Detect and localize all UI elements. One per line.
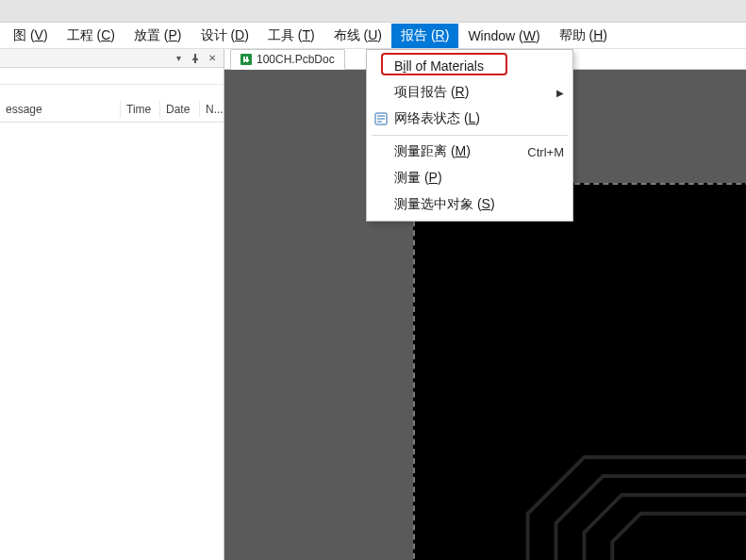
menu-project[interactable]: 工程 (C) <box>58 24 124 48</box>
menu-mnemonic: R <box>436 27 445 42</box>
menu-label: 放置 <box>134 27 160 42</box>
menuitem-measure[interactable]: 测量 (P) <box>370 165 570 191</box>
messages-list-header: essage Time Date N... <box>0 85 224 123</box>
col-header-time[interactable]: Time <box>121 101 160 118</box>
menu-tools[interactable]: 工具 (T) <box>258 24 324 48</box>
menu-label: 图 <box>13 27 26 42</box>
menuitem-label: 测量距离 (M) <box>394 143 471 160</box>
menuitem-project-report[interactable]: 项目报告 (R) ▶ <box>370 79 570 106</box>
menu-label: 报告 <box>401 27 427 42</box>
menuitem-measure-selected[interactable]: 测量选中对象 (S) <box>370 191 570 218</box>
menuitem-label: Bill of Materials <box>394 58 484 74</box>
menu-mnemonic: V <box>35 27 43 42</box>
col-header-date[interactable]: Date <box>160 101 200 118</box>
menuitem-bill-of-materials[interactable]: Bill of Materials <box>370 53 570 79</box>
menu-mnemonic: T <box>302 27 310 42</box>
pcb-traces <box>415 185 746 560</box>
menu-place[interactable]: 放置 (P) <box>124 24 191 48</box>
main-menubar: 图 (V) 工程 (C) 放置 (P) 设计 (D) 工具 (T) 布线 (U)… <box>0 23 746 49</box>
panel-pin-icon[interactable] <box>190 53 201 64</box>
menu-window[interactable]: Window (W) <box>458 25 549 47</box>
menu-label: 布线 <box>334 27 360 42</box>
menuitem-label: 测量选中对象 (S) <box>394 196 495 213</box>
pcb-board: SDIM <box>413 183 746 560</box>
menuitem-label: 项目报告 (R) <box>394 84 469 101</box>
menuitem-shortcut: Ctrl+M <box>527 145 564 159</box>
menu-label: 工具 <box>268 27 294 42</box>
menu-label: 工程 <box>67 27 93 42</box>
messages-panel: ▾ ✕ essage Time Date N... <box>0 49 224 560</box>
report-dropdown-menu: Bill of Materials 项目报告 (R) ▶ 网络表状态 (L) 测… <box>366 49 573 222</box>
menu-mnemonic: P <box>169 27 177 42</box>
menu-mnemonic: U <box>368 27 377 42</box>
netlist-icon <box>373 111 389 126</box>
menuitem-label: 网络表状态 (L) <box>394 110 480 127</box>
menuitem-label: 测量 (P) <box>394 170 442 187</box>
panel-close-icon[interactable]: ✕ <box>207 53 218 64</box>
window-titlebar <box>0 0 746 23</box>
menu-mnemonic: C <box>101 27 110 42</box>
panel-dropdown-icon[interactable]: ▾ <box>173 53 184 64</box>
menuitem-measure-distance[interactable]: 测量距离 (M) Ctrl+M <box>370 139 570 165</box>
document-tab-label: 100CH.PcbDoc <box>257 53 335 66</box>
panel-toolbar: ▾ ✕ <box>0 49 224 68</box>
menu-route[interactable]: 布线 (U) <box>324 24 391 48</box>
document-tab[interactable]: 100CH.PcbDoc <box>230 49 345 70</box>
submenu-arrow-icon: ▶ <box>556 88 564 98</box>
menu-view[interactable]: 图 (V) <box>4 24 58 48</box>
menu-separator <box>372 135 568 136</box>
menu-label: 帮助 <box>559 27 586 42</box>
menu-label: 设计 <box>201 27 227 42</box>
panel-spacer <box>0 68 224 85</box>
menu-mnemonic: W <box>523 28 536 43</box>
menu-report[interactable]: 报告 (R) <box>391 24 458 48</box>
menu-help[interactable]: 帮助 (H) <box>550 24 617 48</box>
col-header-message[interactable]: essage <box>0 101 121 118</box>
col-header-n[interactable]: N... <box>200 101 224 118</box>
menu-mnemonic: H <box>593 27 603 42</box>
menu-mnemonic: D <box>235 27 244 42</box>
menuitem-netlist-status[interactable]: 网络表状态 (L) <box>370 106 570 132</box>
menu-label: Window <box>468 28 515 43</box>
menu-design[interactable]: 设计 (D) <box>191 24 258 48</box>
messages-list-body[interactable] <box>0 123 224 560</box>
pcb-doc-icon <box>240 54 252 65</box>
